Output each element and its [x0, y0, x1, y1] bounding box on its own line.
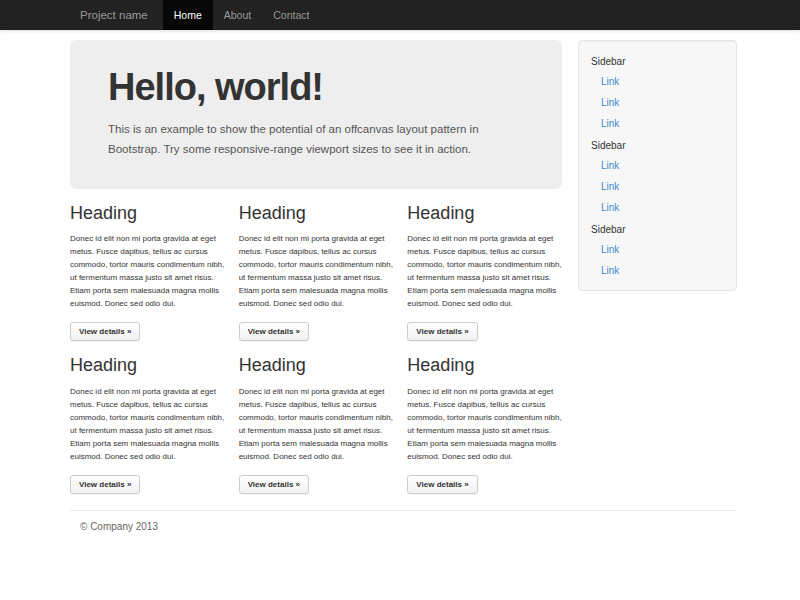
sidebar-group: Sidebar Link Link [579, 218, 736, 281]
sidebar-link[interactable]: Link [579, 155, 736, 176]
content-card: Heading Donec id elit non mi porta gravi… [70, 203, 225, 342]
content-card: Heading Donec id elit non mi porta gravi… [407, 355, 562, 494]
navbar-inner: Project name Home About Contact [70, 0, 320, 30]
view-details-button[interactable]: View details » [407, 475, 477, 494]
sidebar-group: Sidebar Link Link Link [579, 134, 736, 218]
sidebar-link[interactable]: Link [579, 197, 736, 218]
sidebar-link[interactable]: Link [579, 176, 736, 197]
card-heading: Heading [70, 355, 225, 377]
view-details-button[interactable]: View details » [239, 322, 309, 341]
content-card: Heading Donec id elit non mi porta gravi… [407, 203, 562, 342]
card-heading: Heading [239, 355, 394, 377]
page-container: Hello, world! This is an example to show… [70, 40, 737, 562]
hero-unit: Hello, world! This is an example to show… [70, 40, 562, 189]
hero-description: This is an example to show the potential… [108, 119, 524, 159]
view-details-button[interactable]: View details » [239, 475, 309, 494]
sidebar: Sidebar Link Link Link Sidebar Link Link… [578, 40, 737, 291]
navbar-brand[interactable]: Project name [70, 0, 163, 30]
navbar-menu: Home About Contact [163, 0, 321, 30]
sidebar-well: Sidebar Link Link Link Sidebar Link Link… [578, 40, 737, 291]
card-text: Donec id elit non mi porta gravida at eg… [407, 232, 562, 310]
view-details-button[interactable]: View details » [70, 322, 140, 341]
nav-item-about[interactable]: About [213, 0, 262, 30]
sidebar-header: Sidebar [579, 218, 736, 239]
sidebar-link[interactable]: Link [579, 92, 736, 113]
sidebar-link[interactable]: Link [579, 71, 736, 92]
card-text: Donec id elit non mi porta gravida at eg… [239, 232, 394, 310]
sidebar-link[interactable]: Link [579, 113, 736, 134]
cards-row-2: Heading Donec id elit non mi porta gravi… [70, 355, 562, 494]
content-card: Heading Donec id elit non mi porta gravi… [239, 203, 394, 342]
card-text: Donec id elit non mi porta gravida at eg… [70, 385, 225, 463]
sidebar-group: Sidebar Link Link Link [579, 50, 736, 134]
nav-item-contact[interactable]: Contact [262, 0, 320, 30]
card-text: Donec id elit non mi porta gravida at eg… [407, 385, 562, 463]
navbar: Project name Home About Contact [0, 0, 800, 30]
sidebar-header: Sidebar [579, 134, 736, 155]
card-text: Donec id elit non mi porta gravida at eg… [239, 385, 394, 463]
card-text: Donec id elit non mi porta gravida at eg… [70, 232, 225, 310]
content-card: Heading Donec id elit non mi porta gravi… [70, 355, 225, 494]
card-heading: Heading [407, 203, 562, 225]
card-heading: Heading [239, 203, 394, 225]
footer-copyright: © Company 2013 [80, 521, 737, 532]
sidebar-link[interactable]: Link [579, 260, 736, 281]
sidebar-header: Sidebar [579, 50, 736, 71]
footer: © Company 2013 [70, 510, 737, 562]
nav-item-home[interactable]: Home [163, 0, 213, 30]
sidebar-link[interactable]: Link [579, 239, 736, 260]
hero-title: Hello, world! [108, 66, 524, 110]
cards-row-1: Heading Donec id elit non mi porta gravi… [70, 203, 562, 342]
main-content: Hello, world! This is an example to show… [70, 40, 562, 494]
card-heading: Heading [70, 203, 225, 225]
content-card: Heading Donec id elit non mi porta gravi… [239, 355, 394, 494]
card-heading: Heading [407, 355, 562, 377]
view-details-button[interactable]: View details » [407, 322, 477, 341]
view-details-button[interactable]: View details » [70, 475, 140, 494]
